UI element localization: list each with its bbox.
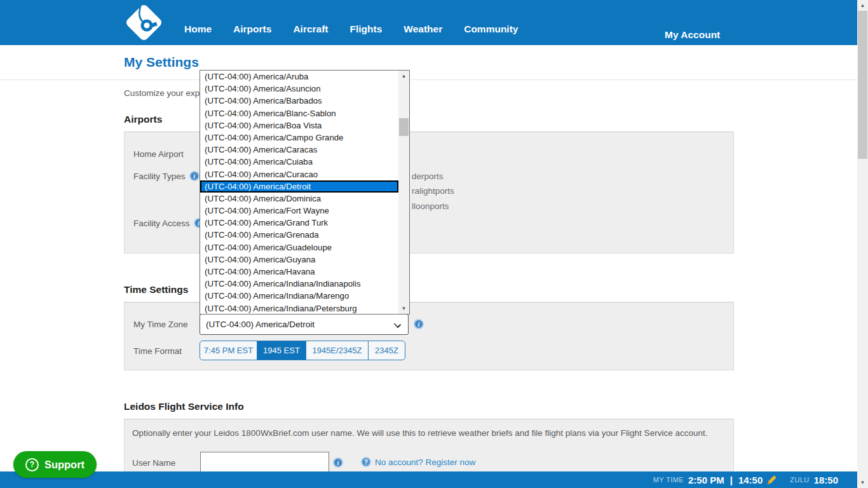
support-button-label: Support <box>44 459 85 471</box>
timezone-option[interactable]: (UTC-04:00) America/Dominica <box>200 193 398 205</box>
my-time-zone-label: My Time Zone <box>133 320 188 329</box>
scroll-up-arrow-icon[interactable]: ▲ <box>398 71 409 81</box>
time-format-button-12h[interactable]: 7:45 PM EST <box>200 341 257 360</box>
page-scroll-down-arrow-icon[interactable]: ▼ <box>857 477 868 488</box>
timezone-option[interactable]: (UTC-04:00) America/Fort Wayne <box>200 205 398 217</box>
dropdown-scrollbar-thumb[interactable] <box>399 118 409 136</box>
top-navbar: Home Airports Aircraft Flights Weather C… <box>0 0 857 45</box>
page-scrollbar-thumb[interactable] <box>858 11 867 159</box>
airports-section-heading: Airports <box>124 114 162 125</box>
nav-item-flights[interactable]: Flights <box>350 24 383 35</box>
time-settings-heading: Time Settings <box>124 284 188 295</box>
timezone-option[interactable]: (UTC-04:00) America/Caracas <box>200 144 398 156</box>
timezone-option[interactable]: (UTC-04:00) America/Asuncion <box>200 83 398 95</box>
local-time-24h: 14:50 <box>738 475 763 485</box>
time-format-button-24h[interactable]: 1945 EST <box>257 341 306 360</box>
timezone-option-selected[interactable]: (UTC-04:00) America/Detroit <box>200 180 398 193</box>
time-separator: | <box>730 475 733 485</box>
timezone-select[interactable]: (UTC-04:00) America/Detroit <box>200 314 409 335</box>
nav-item-community[interactable]: Community <box>464 24 518 35</box>
edit-time-pencil-icon[interactable] <box>767 475 777 485</box>
timezone-option[interactable]: (UTC-04:00) America/Grand Turk <box>200 217 398 229</box>
nav-item-home[interactable]: Home <box>184 24 212 35</box>
nav-item-airports[interactable]: Airports <box>233 24 271 35</box>
status-bar: MY TIME 2:50 PM | 14:50 ZULU 18:50 <box>0 471 857 488</box>
scroll-down-arrow-icon[interactable]: ▼ <box>398 303 409 314</box>
user-name-label: User Name <box>132 458 175 468</box>
facility-type-label-fragment: lloonports <box>412 201 449 211</box>
facility-type-label-fragment: ralightports <box>412 186 454 196</box>
timezone-option[interactable]: (UTC-04:00) America/Guyana <box>200 254 398 266</box>
site-logo[interactable] <box>121 1 166 47</box>
user-name-input[interactable] <box>200 452 329 473</box>
chevron-down-icon <box>394 321 401 328</box>
timezone-option[interactable]: (UTC-04:00) America/Guadeloupe <box>200 241 398 254</box>
timezone-option[interactable]: (UTC-04:00) America/Indiana/Marengo <box>200 290 398 302</box>
register-link[interactable]: No account? Register now <box>375 458 475 467</box>
page-scroll-up-arrow-icon[interactable]: ▲ <box>857 0 868 11</box>
time-format-button-zulu[interactable]: 2345Z <box>368 341 405 360</box>
local-time-12h: 2:50 PM <box>688 475 724 485</box>
intro-text: Customize your exp <box>124 88 200 98</box>
time-format-group: 7:45 PM EST 1945 EST 1945E/2345Z 2345Z <box>200 341 405 360</box>
timezone-option[interactable]: (UTC-04:00) America/Blanc-Sablon <box>200 107 398 119</box>
timezone-option[interactable]: (UTC-04:00) America/Curacao <box>200 168 398 180</box>
timezone-select-value: (UTC-04:00) America/Detroit <box>206 320 315 329</box>
time-format-button-local-zulu[interactable]: 1945E/2345Z <box>306 341 368 360</box>
timezone-option[interactable]: (UTC-04:00) America/Indiana/Indianapolis <box>200 278 398 290</box>
time-zone-info-icon[interactable]: i <box>414 319 424 329</box>
home-airport-label: Home Airport <box>133 149 184 159</box>
dropdown-scrollbar[interactable]: ▲ ▼ <box>398 71 409 314</box>
leidos-section-heading: Leidos Flight Service Info <box>124 401 244 412</box>
facility-types-label: Facility Types <box>133 172 186 181</box>
facility-types-info-icon[interactable]: i <box>189 171 200 181</box>
zulu-time: 18:50 <box>814 475 838 485</box>
support-question-icon: ? <box>25 458 39 471</box>
header-divider <box>0 79 857 80</box>
timezone-option[interactable]: (UTC-04:00) America/Havana <box>200 266 398 278</box>
propeller-diamond-icon <box>121 1 166 44</box>
timezone-dropdown-list: (UTC-04:00) America/Aruba (UTC-04:00) Am… <box>200 70 410 315</box>
my-time-label: MY TIME <box>653 476 684 484</box>
nav-item-my-account[interactable]: My Account <box>665 29 720 41</box>
timezone-option[interactable]: (UTC-04:00) America/Grenada <box>200 229 398 241</box>
page: Home Airports Aircraft Flights Weather C… <box>0 0 868 488</box>
nav-links: Home Airports Aircraft Flights Weather C… <box>184 0 518 45</box>
timezone-option[interactable]: (UTC-04:00) America/Indiana/Petersburg <box>200 302 398 315</box>
zulu-label: ZULU <box>790 476 809 484</box>
timezone-option[interactable]: (UTC-04:00) America/Boa Vista <box>200 119 398 132</box>
time-format-label: Time Format <box>133 346 182 356</box>
leidos-description: Optionally enter your Leidos 1800WxBrief… <box>132 428 726 438</box>
nav-item-weather[interactable]: Weather <box>403 24 442 35</box>
timezone-option[interactable]: (UTC-04:00) America/Barbados <box>200 95 398 107</box>
page-title: My Settings <box>124 55 199 70</box>
user-name-info-icon[interactable]: i <box>333 458 343 468</box>
timezone-option[interactable]: (UTC-04:00) America/Campo Grande <box>200 132 398 144</box>
facility-type-label-fragment: derports <box>412 172 444 181</box>
page-scrollbar[interactable]: ▲ ▼ <box>857 0 868 488</box>
nav-item-aircraft[interactable]: Aircraft <box>293 24 328 35</box>
register-question-icon[interactable]: ? <box>361 457 371 467</box>
support-button[interactable]: ? Support <box>13 451 97 478</box>
timezone-option[interactable]: (UTC-04:00) America/Aruba <box>200 71 398 83</box>
timezone-option[interactable]: (UTC-04:00) America/Cuiaba <box>200 156 398 168</box>
facility-access-label: Facility Access <box>133 219 190 228</box>
